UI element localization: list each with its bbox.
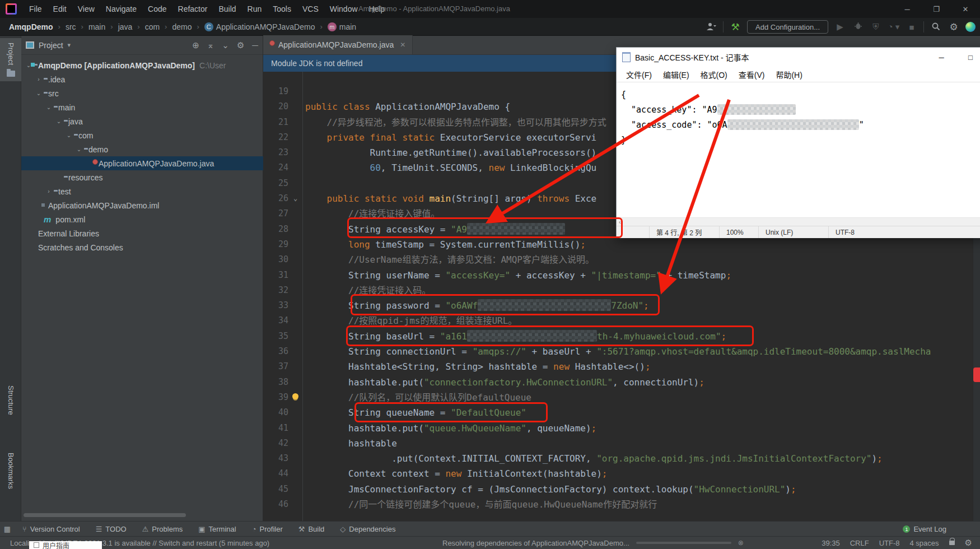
menu-file[interactable]: File	[24, 0, 48, 18]
line-number: 20	[263, 99, 288, 114]
minimize-button[interactable]: ─	[893, 0, 922, 18]
line-ending[interactable]: CRLF	[850, 539, 869, 547]
notepad-horizontal-scrollbar[interactable]: ‹	[617, 217, 980, 226]
tree-expand-icon[interactable]: ⌄	[65, 132, 73, 138]
menu-build[interactable]: Build	[213, 0, 241, 18]
breadcrumb-item-com[interactable]: com	[144, 22, 161, 31]
stripe-button-structure[interactable]: Structure	[0, 381, 21, 420]
collapse-all-icon[interactable]: ⌄	[222, 40, 229, 50]
scroll-left-arrow-icon[interactable]: ‹	[619, 218, 621, 225]
tree-item-main[interactable]: ⌄main	[21, 100, 263, 114]
toolwindow-button-problems[interactable]: ⚠Problems	[134, 522, 191, 537]
profiler-run-icon[interactable]: ◔ ▾	[888, 22, 900, 32]
close-tab-icon[interactable]: ✕	[400, 41, 405, 49]
stripe-button-project[interactable]: Project	[0, 38, 21, 81]
tool-window-stripe-left: Project Structure Bookmarks	[0, 36, 21, 521]
tree-item-pom-xml[interactable]: mpom.xml	[21, 212, 263, 226]
breadcrumb-item-src[interactable]: src	[64, 22, 77, 31]
panel-settings-gear-icon[interactable]: ⚙	[237, 40, 244, 50]
notepad-maximize-button[interactable]: □	[956, 48, 980, 67]
tree-item--idea[interactable]: ›.idea	[21, 72, 263, 86]
toolwindow-button-terminal[interactable]: ▣Terminal	[190, 522, 244, 537]
maximize-button[interactable]: ❐	[922, 0, 951, 18]
menu-refactor[interactable]: Refactor	[172, 0, 213, 18]
tree-item-applicationamqpjavademo-java[interactable]: ApplicationAMQPJavaDemo.java	[21, 156, 263, 170]
notepad-menu-F[interactable]: 文件(F)	[621, 68, 657, 81]
caret-position[interactable]: 39:35	[822, 539, 840, 547]
breadcrumb-item-main[interactable]: main	[87, 22, 106, 31]
tree-item-test[interactable]: ›test	[21, 184, 263, 198]
chevron-down-icon[interactable]: ▾	[68, 41, 71, 49]
breadcrumb-item-amqpdemo[interactable]: AmqpDemo	[8, 22, 54, 31]
notepad-minimize-button[interactable]: ─	[927, 48, 956, 67]
tree-expand-icon[interactable]: ›	[35, 76, 43, 82]
tree-item-resources[interactable]: resources	[21, 170, 263, 184]
lock-icon[interactable]	[949, 541, 955, 545]
cancel-task-icon[interactable]: ⊗	[738, 539, 744, 547]
window-layout-icon[interactable]: ▦	[0, 522, 15, 537]
tree-expand-icon[interactable]: ⌄	[35, 90, 43, 96]
breadcrumb-item-demo[interactable]: demo	[171, 22, 193, 31]
menu-code[interactable]: Code	[142, 0, 172, 18]
build-project-icon[interactable]: ⚒	[729, 21, 741, 33]
menu-run[interactable]: Run	[242, 0, 268, 18]
menu-vcs[interactable]: VCS	[297, 0, 324, 18]
code-with-me-icon[interactable]	[965, 22, 976, 32]
notepad-menu-H[interactable]: 帮助(H)	[771, 68, 807, 81]
tree-expand-icon[interactable]: ⌄	[75, 146, 83, 152]
menu-edit[interactable]: Edit	[48, 0, 72, 18]
debug-icon[interactable]	[852, 22, 864, 32]
event-log-button[interactable]: 1 Event Log	[903, 522, 946, 537]
locate-file-icon[interactable]: ⊕	[192, 40, 199, 50]
toolwindow-button-todo[interactable]: ☰TODO	[88, 522, 134, 537]
build-icon: ⚒	[298, 525, 305, 533]
tree-item-src[interactable]: ⌄src	[21, 86, 263, 100]
tab-applicationamqpjavademo[interactable]: ApplicationAMQPJavaDemo.java ✕	[263, 35, 413, 54]
project-panel-title[interactable]: Project	[39, 41, 63, 50]
tree-item-java[interactable]: ⌄java	[21, 114, 263, 128]
menu-tools[interactable]: Tools	[267, 0, 297, 18]
notepad-menu-O[interactable]: 格式(O)	[696, 68, 732, 81]
breadcrumb-item-java[interactable]: java	[117, 22, 134, 31]
file-encoding[interactable]: UTF-8	[879, 539, 900, 547]
stop-icon[interactable]: ■	[906, 22, 918, 32]
status-widgets: 39:35 CRLF UTF-8 4 spaces ⚙	[822, 538, 972, 548]
expand-all-icon[interactable]: ⌅	[207, 40, 214, 50]
toolwindow-button-version-control[interactable]: ⑂Version Control	[15, 522, 88, 537]
intention-bulb-icon[interactable]	[292, 393, 298, 399]
toolwindow-button-profiler[interactable]: ◔Profiler	[244, 522, 291, 537]
gear-sync-icon[interactable]: ⚙	[965, 538, 972, 548]
notepad-title-bar[interactable]: Basic_ACCESS-KEY.txt - 记事本	[617, 48, 980, 67]
hide-panel-icon[interactable]: ─	[252, 40, 258, 50]
toolwindow-button-build[interactable]: ⚒Build	[291, 522, 333, 537]
settings-gear-icon[interactable]: ⚙	[948, 21, 960, 33]
tree-expand-icon[interactable]: ⌄	[45, 104, 53, 110]
tree-expand-icon[interactable]: ⌄	[55, 118, 63, 124]
breadcrumb-item-main[interactable]: mmain	[326, 22, 357, 31]
stripe-button-bookmarks[interactable]: Bookmarks	[0, 448, 21, 494]
horizontal-scrollbar[interactable]	[24, 513, 186, 517]
run-icon[interactable]: ▶	[834, 22, 846, 32]
indent-size[interactable]: 4 spaces	[910, 539, 939, 547]
tree-expand-icon[interactable]: ›	[45, 188, 53, 194]
coverage-icon[interactable]: ⛨	[870, 22, 882, 32]
menu-navigate[interactable]: Navigate	[100, 0, 142, 18]
tree-item-demo[interactable]: ⌄demo	[21, 142, 263, 156]
gutter-icon-slot	[288, 84, 302, 99]
menu-view[interactable]: View	[72, 0, 100, 18]
search-everywhere-icon[interactable]	[930, 22, 942, 32]
notepad-menu-E[interactable]: 编辑(E)	[658, 68, 694, 81]
close-button[interactable]: ✕	[951, 0, 980, 18]
tree-item-scratches-and-consoles[interactable]: Scratches and Consoles	[21, 240, 263, 254]
tree-item-external-libraries[interactable]: External Libraries	[21, 226, 263, 240]
user-account-icon[interactable]	[705, 22, 717, 32]
tree-item-applicationamqpjavademo-iml[interactable]: ApplicationAMQPJavaDemo.iml	[21, 198, 263, 212]
menu-window[interactable]: Window	[324, 0, 363, 18]
add-configuration-button[interactable]: Add Configuration...	[747, 20, 828, 34]
tree-item-com[interactable]: ⌄com	[21, 128, 263, 142]
tree-item-amqpdemo-applicationamqpjavademo-[interactable]: ⌄AmqpDemo [ApplicationAMQPJavaDemo]C:\Us…	[21, 58, 263, 72]
breadcrumb-item-applicationamqpjavademo[interactable]: CApplicationAMQPJavaDemo	[203, 22, 316, 31]
toolwindow-button-dependencies[interactable]: ◇Dependencies	[332, 522, 403, 537]
notepad-content[interactable]: { "access_key": "A9 "access_code": "o6A"…	[617, 83, 980, 217]
notepad-menu-V[interactable]: 查看(V)	[734, 68, 770, 81]
